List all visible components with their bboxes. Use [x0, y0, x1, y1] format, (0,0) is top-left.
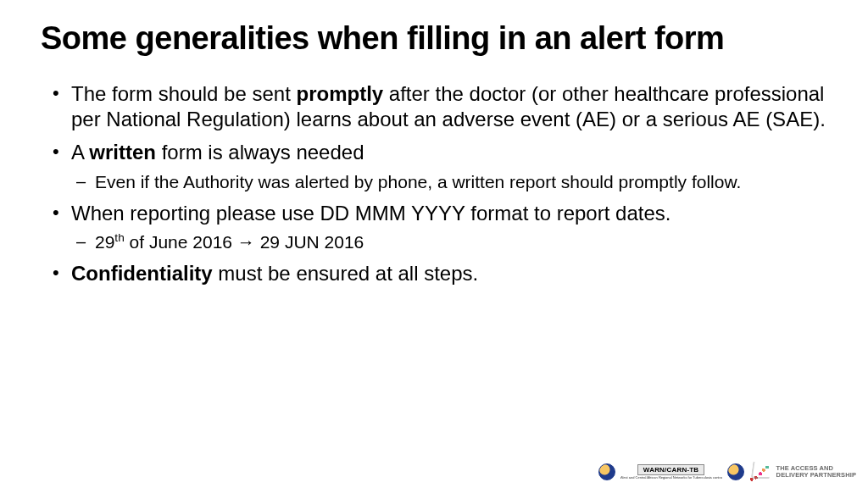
text: of June 2016: [125, 232, 237, 252]
text: 29 JUN 2016: [255, 232, 364, 252]
text: When reporting please use DD MMM YYYY fo…: [71, 202, 670, 225]
sub-bullet-item: 29th of June 2016 → 29 JUN 2016: [71, 231, 827, 254]
org-seal-icon: [727, 463, 744, 480]
text-bold: Confidentiality: [71, 262, 213, 285]
sub-bullet-list: 29th of June 2016 → 29 JUN 2016: [71, 231, 827, 254]
text: The form should be sent: [71, 82, 296, 105]
bullet-item-2: A written form is always needed Even if …: [47, 140, 827, 194]
warn-carn-logo: WARN/CARN-TB West and Central African Re…: [620, 464, 722, 480]
text-bold: written: [89, 141, 156, 164]
text: Even if the Authority was alerted by pho…: [95, 172, 741, 191]
arrow-icon: →: [237, 232, 255, 252]
slide: Some generalities when filling in an ale…: [0, 0, 868, 301]
sub-bullet-list: Even if the Authority was alerted by pho…: [71, 171, 827, 194]
slide-title: Some generalities when filling in an ale…: [41, 20, 827, 58]
footer-logos: WARN/CARN-TB West and Central African Re…: [598, 463, 856, 481]
sub-bullet-item: Even if the Authority was alerted by pho…: [71, 171, 827, 194]
text: form is always needed: [156, 141, 364, 164]
text-bold: promptly: [296, 82, 383, 105]
bullet-item-1: The form should be sent promptly after t…: [47, 81, 827, 133]
bullet-item-4: Confidentiality must be ensured at all s…: [47, 261, 827, 287]
bullet-list: The form should be sent promptly after t…: [47, 81, 827, 287]
bullet-item-3: When reporting please use DD MMM YYYY fo…: [47, 201, 827, 255]
text: must be ensured at all steps.: [213, 262, 479, 285]
slide-content: The form should be sent promptly after t…: [41, 81, 827, 287]
adp-logo-text: THE ACCESS AND DELIVERY PARTNERSHIP: [776, 465, 856, 479]
adp-line2: DELIVERY PARTNERSHIP: [776, 472, 856, 479]
warn-carn-title: WARN/CARN-TB: [637, 464, 705, 475]
text: 29: [95, 232, 114, 252]
text: A: [71, 141, 89, 164]
warn-carn-subtitle: West and Central African Regional Networ…: [620, 476, 722, 480]
org-seal-icon: [598, 463, 615, 480]
text-superscript: th: [114, 231, 124, 244]
partnership-spark-icon: [749, 463, 771, 481]
